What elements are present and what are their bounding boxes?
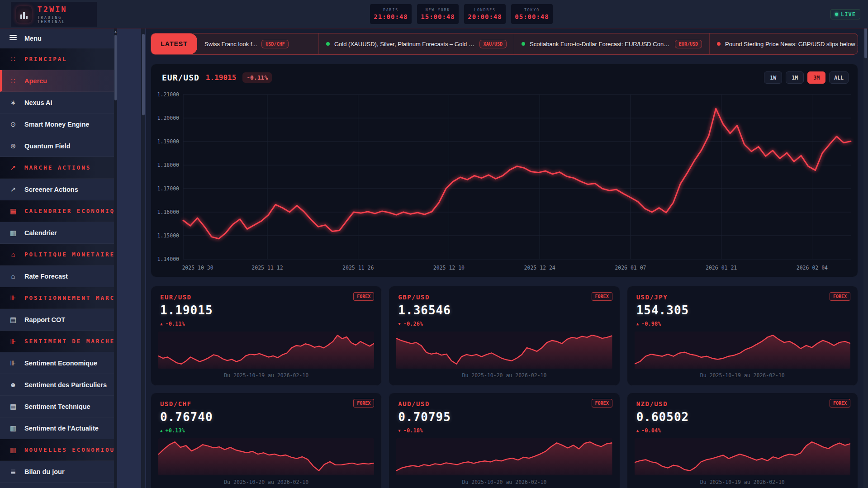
range-button-all[interactable]: ALL [829, 71, 849, 84]
card-date-range: Du 2025-10-20 au 2026-02-10 [151, 479, 381, 485]
card-date-range: Du 2025-10-20 au 2026-02-10 [389, 479, 619, 485]
trend-icon: ↗ [8, 185, 18, 194]
sidebar-item-rapport-cot[interactable]: ▤Rapport COT [0, 309, 114, 331]
people-icon: ☻ [8, 381, 18, 389]
pair-card-usd-jpy[interactable]: USD/JPY FOREX 154.305 ▲ -0.98% Du 2025-1… [627, 286, 858, 386]
sidebar-scrollbar-thumb[interactable] [114, 35, 117, 100]
range-button-1m[interactable]: 1M [786, 71, 804, 84]
sidebar-section-positionnement-marche[interactable]: ⊪POSITIONNEMENT MARCHE [0, 287, 114, 309]
sidebar-section-marche-actions[interactable]: ↗MARCHE ACTIONS [0, 157, 114, 179]
sidebar-item-quantum-field[interactable]: ⊛Quantum Field [0, 135, 114, 157]
y-axis-tick: 1.18000 [157, 162, 180, 168]
sidebar-item-menu[interactable]: Menu [0, 28, 114, 48]
content-scrollbar-thumb[interactable] [142, 34, 145, 115]
sidebar-label: Quantum Field [24, 142, 71, 150]
main-chart-header: EUR/USD 1.19015 -0.11% [162, 72, 272, 83]
card-pair-label: AUD/USD [398, 400, 430, 407]
sidebar-section-sentiment-de-marche[interactable]: ⊪SENTIMENT DE MARCHE [0, 331, 114, 352]
card-sparkline-chart [396, 332, 612, 369]
card-sparkline-chart [396, 438, 612, 475]
pair-card-nzd-usd[interactable]: NZD/USD FOREX 0.60502 ▲ -0.04% Du 2025-1… [627, 393, 858, 488]
card-change-percent: -0.98% [641, 321, 661, 327]
document-icon: ▤ [8, 316, 18, 324]
grid-icon: ∷ [8, 55, 18, 63]
range-button-3m[interactable]: 3M [807, 71, 825, 84]
ticker-headline: Swiss Franc look f... [204, 41, 257, 47]
card-sparkline-panel [158, 438, 374, 475]
bank-icon: ⌂ [8, 272, 18, 280]
live-label: LIVE [841, 11, 856, 18]
card-change-percent: -0.11% [165, 321, 185, 327]
sidebar-label: Nexus AI [24, 99, 52, 106]
x-axis-tick: 2025-12-24 [524, 265, 555, 271]
card-change: ▲ +0.13% [160, 427, 185, 434]
ticker-pair-tag[interactable]: XAU/USD [479, 40, 507, 48]
card-change: ▲ -0.98% [636, 321, 661, 327]
ticker-pair-tag[interactable]: USD/CHF [261, 40, 289, 48]
red-status-dot-icon [717, 42, 721, 46]
sidebar-section-calendrier-economique[interactable]: ▦CALENDRIER ECONOMIQUE [0, 200, 114, 222]
sidebar-item-smart-money-engine[interactable]: ⊙Smart Money Engine [0, 114, 114, 135]
sidebar-section-politique-monetaire[interactable]: ⌂POLITIQUE MONETAIRE [0, 244, 114, 265]
y-axis-tick: 1.17000 [157, 185, 180, 192]
sidebar-section-nouvelles-economiques[interactable]: ▥NOUVELLES ECONOMIQUES [0, 439, 114, 461]
sidebar-label: SENTIMENT DE MARCHE [24, 338, 114, 345]
card-price-value: 0.70795 [398, 410, 451, 424]
sidebar-item-sentiment-des-particuliers[interactable]: ☻Sentiment des Particuliers [0, 374, 114, 396]
card-pair-label: EUR/USD [160, 294, 192, 301]
ticker-item[interactable]: Gold (XAUUSD), Silver, Platinum Forecast… [318, 33, 514, 54]
pair-card-eur-usd[interactable]: EUR/USD FOREX 1.19015 ▲ -0.11% Du 2025-1… [151, 286, 382, 386]
pair-card-aud-usd[interactable]: AUD/USD FOREX 0.70795 ▼ -0.18% Du 2025-1… [389, 393, 620, 488]
clock-time: 15:00:48 [421, 13, 455, 20]
card-pair-label: NZD/USD [636, 400, 668, 407]
sidebar-label: Sentiment des Particuliers [24, 381, 107, 389]
x-axis-tick: 2025-10-30 [182, 265, 213, 271]
green-status-dot-icon [326, 42, 330, 46]
asterisk-icon: ∗ [8, 99, 18, 107]
card-sparkline-panel [396, 438, 612, 475]
sidebar-label: Menu [24, 35, 42, 42]
sidebar-scrollbar[interactable]: ▲ [114, 28, 117, 488]
sidebar-item-apercu[interactable]: ∷Apercu [0, 70, 114, 92]
sidebar-label: Sentiment de l'Actualite [24, 425, 99, 432]
sidebar-item-bilan-du-jour[interactable]: ≣Bilan du jour [0, 461, 114, 483]
atom-icon: ⊛ [8, 142, 18, 150]
y-axis-tick: 1.21000 [157, 91, 180, 98]
sidebar-section-principal[interactable]: ∷PRINCIPAL [0, 48, 114, 70]
triangle-up-icon: ▲ [160, 322, 162, 326]
scroll-up-arrow-icon[interactable]: ▲ [114, 30, 117, 33]
chart-bars-icon: ⊪ [8, 359, 18, 367]
card-forex-badge: FOREX [592, 399, 612, 407]
page-scrollbar[interactable]: ▲ [863, 0, 868, 488]
main-price-chart[interactable]: 1.210001.200001.190001.180001.170001.160… [156, 87, 854, 275]
sidebar-item-sentiment-technique[interactable]: ▤Sentiment Technique [0, 396, 114, 417]
x-axis-tick: 2026-02-04 [797, 265, 828, 271]
clock-time: 21:00:48 [374, 13, 408, 20]
ticker-item[interactable]: Pound Sterling Price News: GBP/USD slips… [709, 33, 858, 54]
content-scrollbar[interactable] [141, 28, 145, 488]
pair-card-gbp-usd[interactable]: GBP/USD FOREX 1.36546 ▼ -0.26% Du 2025-1… [389, 286, 620, 386]
card-date-range: Du 2025-10-19 au 2026-02-10 [627, 479, 858, 485]
pair-card-usd-chf[interactable]: USD/CHF FOREX 0.76740 ▲ +0.13% Du 2025-1… [151, 393, 382, 488]
bank-icon: ⌂ [8, 251, 18, 258]
main-chart-card: EUR/USD 1.19015 -0.11% 1W1M3MALL 1.21000… [151, 64, 858, 277]
card-change: ▼ -0.26% [398, 321, 423, 327]
sidebar-item-calendrier[interactable]: ▦Calendrier [0, 222, 114, 244]
sidebar-item-sentiment-de-l-actualite[interactable]: ▥Sentiment de l'Actualite [0, 417, 114, 439]
sidebar-label: Screener Actions [24, 186, 78, 193]
card-change-percent: -0.18% [403, 427, 423, 434]
sidebar-item-sentiment-economique[interactable]: ⊪Sentiment Economique [0, 352, 114, 374]
ticker-item[interactable]: Swiss Franc look f...USD/CHF [197, 33, 318, 54]
ticker-item[interactable]: Scotiabank Euro-to-Dollar Forecast: EUR/… [514, 33, 709, 54]
ticker-pair-tag[interactable]: EUR/USD [675, 40, 702, 48]
sidebar-item-screener-actions[interactable]: ↗Screener Actions [0, 179, 114, 200]
card-sparkline-panel [158, 332, 374, 369]
range-button-1w[interactable]: 1W [764, 71, 782, 84]
card-change-percent: -0.04% [641, 427, 661, 434]
card-change-percent: -0.26% [403, 321, 423, 327]
live-dot-icon [835, 13, 838, 16]
app-subtitle: TRADING TERMINAL [37, 16, 91, 24]
sidebar-item-nexus-ai[interactable]: ∗Nexus AI [0, 92, 114, 114]
sidebar-item-rate-forecast[interactable]: ⌂Rate Forecast [0, 265, 114, 287]
app-title: T2WIN [37, 5, 91, 14]
